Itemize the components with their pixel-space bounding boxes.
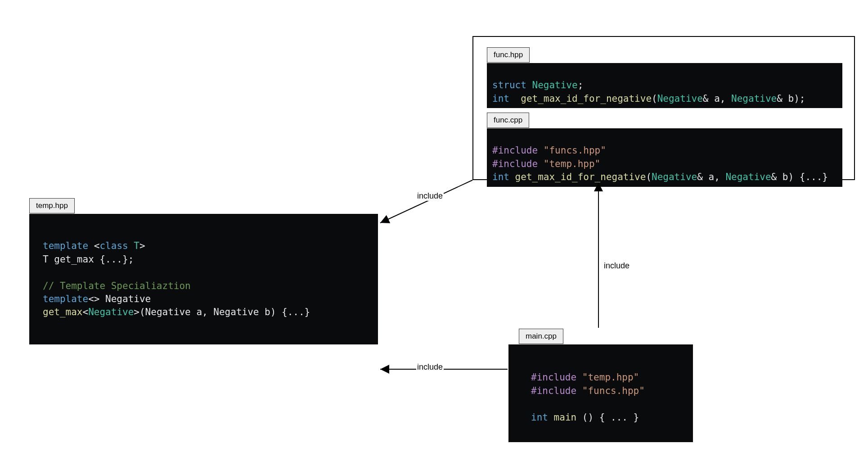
code-token: < [88,240,99,251]
code-token: get_max_id_for_negative [521,93,652,104]
code-token: int [492,93,509,104]
code-token: "temp.hpp" [544,158,600,169]
code-token: int [492,172,509,182]
code-token [538,145,544,156]
file-label-func-cpp: func.cpp [487,113,529,128]
code-token: <> Negative [88,294,151,304]
code-token: >(Negative a, Negative b) {...} [134,307,310,317]
code-token: #include [492,158,538,169]
code-token: ( [652,93,657,104]
code-token: Negative [88,307,134,317]
code-token [538,158,544,169]
code-token: < [83,307,89,317]
code-token [548,412,554,423]
code-token: & a, [703,93,731,104]
code-token [509,93,521,104]
code-token: ( [646,172,652,182]
file-label-func-hpp: func.hpp [487,47,530,63]
code-token [526,80,532,90]
code-token: get_max [43,307,83,317]
code-token: & b); [777,93,805,104]
code-token: > [139,240,145,251]
code-token [509,172,515,182]
code-token: template [43,294,88,304]
code-func-hpp: struct Negative; int get_max_id_for_nega… [487,63,842,108]
code-token: ; [578,80,584,90]
code-token: Negative [532,80,578,90]
edge-label-include-1: include [416,191,444,201]
code-token: T get_max {...}; [43,254,134,265]
code-temp-hpp: template <class T> T get_max {...}; // T… [29,214,378,344]
code-token [576,385,582,396]
code-token: class [99,240,128,251]
code-token: T [134,240,139,251]
edge-label-include-3: include [416,362,444,372]
code-token: Negative [652,172,697,182]
code-token [128,240,134,251]
code-token: "funcs.hpp" [544,145,606,156]
code-token: main [554,412,577,423]
code-token: Negative [657,93,703,104]
code-token: get_max_id_for_negative [515,172,646,182]
code-token: & a, [697,172,725,182]
code-func-cpp: #include "funcs.hpp" #include "temp.hpp"… [487,128,842,187]
code-token: #include [531,385,576,396]
code-token [576,372,582,383]
file-label-temp-hpp: temp.hpp [29,198,75,213]
code-token: // Template Specialiaztion [43,281,191,291]
code-token: template [43,240,88,251]
code-token: struct [492,80,526,90]
code-token: "temp.hpp" [582,372,639,383]
code-token: & b) {...} [771,172,828,182]
code-token: "funcs.hpp" [582,385,645,396]
code-token: () { ... } [576,412,639,423]
code-token: int [531,412,548,423]
code-main-cpp: #include "temp.hpp" #include "funcs.hpp"… [508,344,693,442]
code-token: #include [531,372,576,383]
edge-label-include-2: include [603,261,630,271]
file-label-main-cpp: main.cpp [519,329,563,344]
arrow-func-to-temp [380,180,472,223]
code-token: Negative [731,93,777,104]
code-token: Negative [725,172,771,182]
code-token: #include [492,145,538,156]
